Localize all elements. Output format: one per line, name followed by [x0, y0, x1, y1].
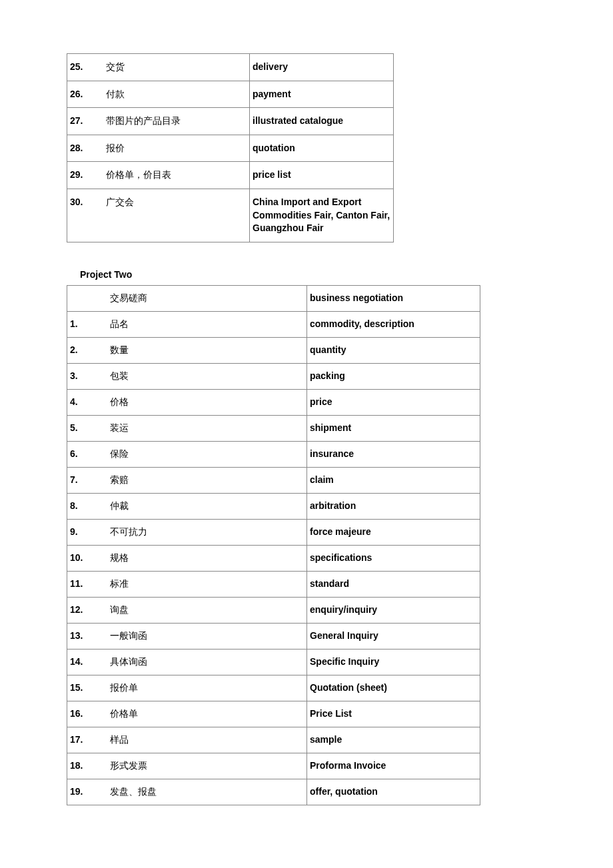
- chinese-term: 询盘: [107, 597, 307, 623]
- row-number: 8.: [67, 493, 107, 519]
- table-row: 交易磋商business negotiation: [67, 285, 480, 311]
- english-term: quotation: [250, 135, 394, 162]
- table-row: 10.规格specifications: [67, 545, 480, 571]
- table-row: 3.包装packing: [67, 363, 480, 389]
- row-number: 25.: [67, 54, 103, 81]
- table-row: 13.一般询函General Inquiry: [67, 623, 480, 649]
- row-number: 2.: [67, 337, 107, 363]
- chinese-term: 标准: [107, 571, 307, 597]
- chinese-term: 数量: [107, 337, 307, 363]
- chinese-term: 不可抗力: [107, 519, 307, 545]
- chinese-term: 报价单: [107, 675, 307, 701]
- chinese-term: 具体询函: [107, 649, 307, 675]
- english-term: Price List: [307, 701, 480, 727]
- row-number: 10.: [67, 545, 107, 571]
- english-term: Quotation (sheet): [307, 675, 480, 701]
- table-row: 1.品名commodity, description: [67, 311, 480, 337]
- row-number: 7.: [67, 467, 107, 493]
- chinese-term: 装运: [107, 415, 307, 441]
- table-row: 16.价格单Price List: [67, 701, 480, 727]
- chinese-term: 价格单: [107, 701, 307, 727]
- row-number: 30.: [67, 189, 103, 242]
- table-row: 30. 广交会 China Import and Export Commodit…: [67, 189, 394, 242]
- row-number: 6.: [67, 441, 107, 467]
- row-number: 11.: [67, 571, 107, 597]
- table-row: 14.具体询函Specific Inquiry: [67, 649, 480, 675]
- table-row: 6.保险insurance: [67, 441, 480, 467]
- chinese-term: 交货: [103, 54, 250, 81]
- section-title: Project Two: [80, 269, 546, 280]
- chinese-term: 索赔: [107, 467, 307, 493]
- english-term: specifications: [307, 545, 480, 571]
- row-number: 26.: [67, 81, 103, 108]
- english-term: arbitration: [307, 493, 480, 519]
- row-number: [67, 285, 107, 311]
- table-row: 28. 报价 quotation: [67, 135, 394, 162]
- table-row: 15.报价单Quotation (sheet): [67, 675, 480, 701]
- chinese-term: 价格: [107, 389, 307, 415]
- english-term: business negotiation: [307, 285, 480, 311]
- chinese-term: 价格单，价目表: [103, 162, 250, 189]
- table-row: 27. 带图片的产品目录 illustrated catalogue: [67, 108, 394, 135]
- english-term: force majeure: [307, 519, 480, 545]
- table-row: 2.数量quantity: [67, 337, 480, 363]
- table-row: 17.样品sample: [67, 727, 480, 753]
- english-term: quantity: [307, 337, 480, 363]
- row-number: 17.: [67, 727, 107, 753]
- chinese-term: 包装: [107, 363, 307, 389]
- vocab-table-2: 交易磋商business negotiation 1.品名commodity, …: [67, 285, 480, 805]
- row-number: 1.: [67, 311, 107, 337]
- row-number: 18.: [67, 753, 107, 779]
- english-term: price list: [250, 162, 394, 189]
- chinese-term: 保险: [107, 441, 307, 467]
- table-row: 29. 价格单，价目表 price list: [67, 162, 394, 189]
- row-number: 19.: [67, 779, 107, 805]
- english-term: commodity, description: [307, 311, 480, 337]
- english-term: delivery: [250, 54, 394, 81]
- english-term: standard: [307, 571, 480, 597]
- english-term: illustrated catalogue: [250, 108, 394, 135]
- table-row: 8.仲裁arbitration: [67, 493, 480, 519]
- table-row: 9.不可抗力force majeure: [67, 519, 480, 545]
- table-row: 18.形式发票Proforma Invoice: [67, 753, 480, 779]
- chinese-term: 品名: [107, 311, 307, 337]
- english-term: Proforma Invoice: [307, 753, 480, 779]
- english-term: packing: [307, 363, 480, 389]
- row-number: 16.: [67, 701, 107, 727]
- table-row: 19.发盘、报盘offer, quotation: [67, 779, 480, 805]
- chinese-term: 样品: [107, 727, 307, 753]
- row-number: 14.: [67, 649, 107, 675]
- chinese-term: 仲裁: [107, 493, 307, 519]
- row-number: 9.: [67, 519, 107, 545]
- table-row: 5.装运shipment: [67, 415, 480, 441]
- table-row: 7.索赔claim: [67, 467, 480, 493]
- english-term: sample: [307, 727, 480, 753]
- english-term: claim: [307, 467, 480, 493]
- english-term: shipment: [307, 415, 480, 441]
- row-number: 5.: [67, 415, 107, 441]
- chinese-term: 发盘、报盘: [107, 779, 307, 805]
- english-term: General Inquiry: [307, 623, 480, 649]
- table-row: 12.询盘enquiry/inquiry: [67, 597, 480, 623]
- chinese-term: 规格: [107, 545, 307, 571]
- english-term: enquiry/inquiry: [307, 597, 480, 623]
- chinese-term: 交易磋商: [107, 285, 307, 311]
- english-term: China Import and Export Commodities Fair…: [250, 189, 394, 242]
- table-row: 11.标准standard: [67, 571, 480, 597]
- chinese-term: 报价: [103, 135, 250, 162]
- english-term: price: [307, 389, 480, 415]
- english-term: payment: [250, 81, 394, 108]
- chinese-term: 广交会: [103, 189, 250, 242]
- chinese-term: 形式发票: [107, 753, 307, 779]
- row-number: 4.: [67, 389, 107, 415]
- row-number: 13.: [67, 623, 107, 649]
- row-number: 15.: [67, 675, 107, 701]
- chinese-term: 一般询函: [107, 623, 307, 649]
- row-number: 12.: [67, 597, 107, 623]
- table-row: 25. 交货 delivery: [67, 54, 394, 81]
- english-term: Specific Inquiry: [307, 649, 480, 675]
- english-term: insurance: [307, 441, 480, 467]
- chinese-term: 带图片的产品目录: [103, 108, 250, 135]
- vocab-table-1: 25. 交货 delivery 26. 付款 payment 27. 带图片的产…: [67, 53, 394, 242]
- table-row: 4.价格price: [67, 389, 480, 415]
